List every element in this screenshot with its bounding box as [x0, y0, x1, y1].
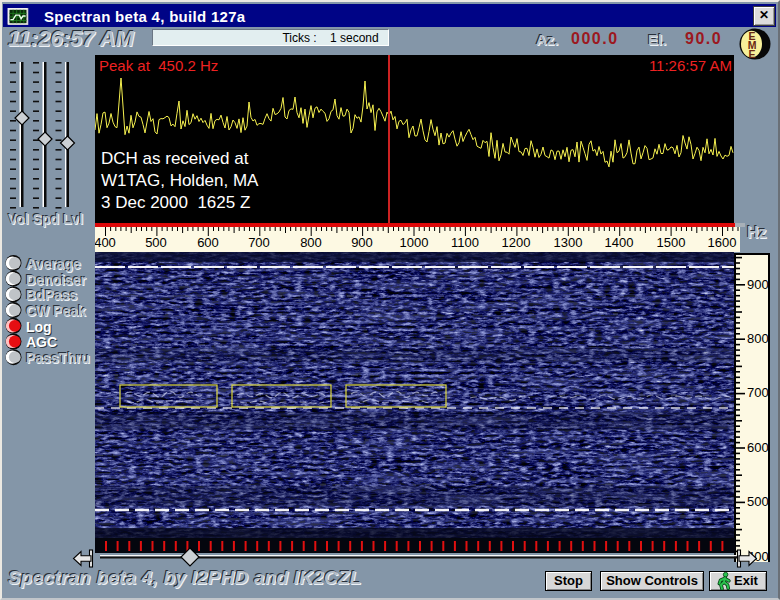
svg-text:1100: 1100: [451, 235, 479, 250]
svg-text:1000: 1000: [400, 235, 429, 250]
svg-text:800: 800: [300, 235, 322, 250]
svg-text:1400: 1400: [605, 235, 634, 250]
svg-text:1600: 1600: [708, 235, 737, 250]
svg-text:1300: 1300: [554, 235, 583, 250]
svg-text:1200: 1200: [502, 235, 531, 250]
svg-text:800: 800: [747, 331, 768, 346]
svg-text:1500: 1500: [657, 235, 686, 250]
svg-text:900: 900: [747, 277, 768, 292]
svg-text:E: E: [748, 48, 755, 60]
svg-text:600: 600: [197, 235, 219, 250]
svg-text:700: 700: [248, 235, 270, 250]
svg-text:500: 500: [747, 494, 768, 509]
svg-text:400: 400: [95, 235, 116, 250]
svg-text:500: 500: [145, 235, 167, 250]
svg-text:900: 900: [351, 235, 373, 250]
svg-text:700: 700: [747, 385, 768, 400]
svg-text:600: 600: [747, 440, 768, 455]
